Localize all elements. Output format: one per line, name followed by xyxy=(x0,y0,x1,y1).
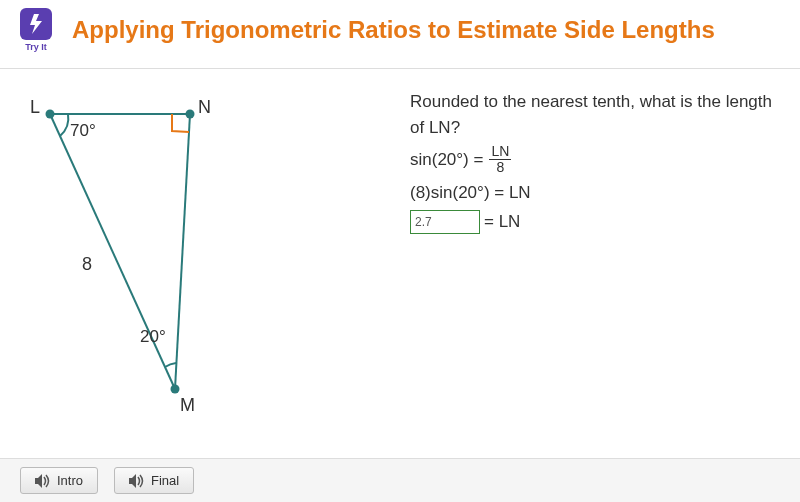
try-it-label: Try It xyxy=(25,42,47,52)
diagram-panel: L N M 70° 20° 8 xyxy=(20,89,400,439)
intro-button-label: Intro xyxy=(57,473,83,488)
equation-2: (8)sin(20°) = LN xyxy=(410,180,780,206)
content: L N M 70° 20° 8 Rounded to the nearest t… xyxy=(0,69,800,459)
eq1-fraction: LN 8 xyxy=(489,144,511,176)
eq3-rhs: = LN xyxy=(484,209,520,235)
vertex-M xyxy=(171,385,180,394)
header: Try It Applying Trigonometric Ratios to … xyxy=(0,0,800,68)
label-N: N xyxy=(198,97,211,118)
question-panel: Rounded to the nearest tenth, what is th… xyxy=(400,89,780,439)
answer-input[interactable] xyxy=(410,210,480,234)
side-LM-label: 8 xyxy=(82,254,92,275)
bottom-bar: Intro Final xyxy=(0,458,800,502)
equation-1: sin(20°) = LN 8 xyxy=(410,144,780,176)
question-prompt: Rounded to the nearest tenth, what is th… xyxy=(410,89,780,140)
eq1-lhs: sin(20°) = xyxy=(410,147,483,173)
label-M: M xyxy=(180,395,195,416)
eq1-numerator: LN xyxy=(489,144,511,160)
angle-arc-M xyxy=(165,363,176,367)
equation-3: = LN xyxy=(410,209,780,235)
angle-M-label: 20° xyxy=(140,327,166,347)
intro-button[interactable]: Intro xyxy=(20,467,98,494)
edge-NM xyxy=(175,114,190,389)
final-button[interactable]: Final xyxy=(114,467,194,494)
angle-L-label: 70° xyxy=(70,121,96,141)
angle-arc-L xyxy=(60,114,68,136)
speaker-icon xyxy=(129,474,145,488)
try-it-icon xyxy=(20,8,52,40)
label-L: L xyxy=(30,97,40,118)
edge-ML xyxy=(50,114,175,389)
speaker-icon xyxy=(35,474,51,488)
vertex-L xyxy=(46,110,55,119)
page-title: Applying Trigonometric Ratios to Estimat… xyxy=(72,16,715,44)
vertex-N xyxy=(186,110,195,119)
eq1-denominator: 8 xyxy=(494,160,506,175)
try-it-badge: Try It xyxy=(20,8,52,52)
final-button-label: Final xyxy=(151,473,179,488)
